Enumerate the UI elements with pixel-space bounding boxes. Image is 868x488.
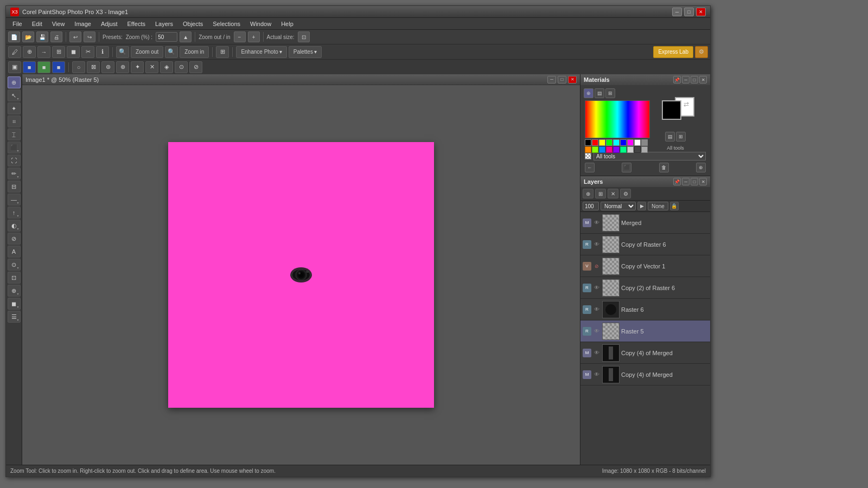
fill-tool[interactable]: ↑▼: [8, 207, 21, 219]
mat-tool2[interactable]: ⬛: [622, 163, 631, 172]
layer-eye-raster5[interactable]: 👁: [593, 328, 601, 335]
tb2-btn1[interactable]: 🖊: [8, 46, 21, 58]
print-btn[interactable]: 🖨: [50, 31, 62, 42]
swap-colors-btn[interactable]: ⇄: [684, 100, 689, 108]
foreground-color[interactable]: [662, 100, 681, 120]
mint-swatch[interactable]: [620, 146, 627, 153]
paint-tool[interactable]: ✏▼: [8, 168, 21, 179]
layer-eye-merged[interactable]: 👁: [593, 219, 601, 227]
layers-new-btn[interactable]: ⊕: [583, 189, 593, 198]
redo-btn[interactable]: ↪: [84, 31, 95, 42]
zoom-tool[interactable]: ⊕: [8, 76, 21, 88]
menu-image[interactable]: Image: [70, 20, 95, 28]
canvas-minimize-btn[interactable]: ─: [547, 76, 556, 84]
layer-item-raster6copy[interactable]: R 👁 Copy of Raster 6: [580, 234, 710, 255]
undo-btn[interactable]: ↩: [69, 31, 81, 42]
menu-objects[interactable]: Objects: [178, 20, 207, 28]
tb2-btn3[interactable]: →: [37, 46, 50, 58]
pencil-tool[interactable]: —▼: [8, 194, 21, 206]
none-btn[interactable]: None: [648, 202, 668, 210]
zoom-glass2-btn[interactable]: 🔍: [165, 46, 178, 58]
layer-item-merged[interactable]: M 👁 Merged: [580, 212, 710, 234]
clone-tool[interactable]: ⊟: [8, 181, 21, 192]
tb3-btn7[interactable]: ⊛: [101, 61, 114, 73]
menu-file[interactable]: File: [8, 20, 27, 28]
tb3-btn1[interactable]: ▣: [8, 61, 21, 73]
new-file-btn[interactable]: 📄: [8, 31, 20, 42]
menu-layers[interactable]: Layers: [151, 20, 177, 28]
gray-swatch[interactable]: [641, 139, 648, 146]
magenta-swatch[interactable]: [627, 139, 634, 146]
close-button[interactable]: ✕: [696, 8, 706, 16]
arrow-tool[interactable]: ↖▼: [8, 89, 21, 101]
gradient-tool[interactable]: ◐▼: [8, 220, 21, 232]
tb2-btn2[interactable]: ⊕: [23, 46, 36, 58]
layer-item-vector1copy[interactable]: V ⊘ Copy of Vector 1: [580, 255, 710, 277]
blend-mode-select[interactable]: Normal Multiply Screen Overlay: [601, 202, 636, 210]
save-file-btn[interactable]: 💾: [36, 31, 48, 42]
layers-opacity-input[interactable]: [583, 202, 599, 210]
lime-swatch[interactable]: [592, 146, 598, 153]
menu-selections[interactable]: Selections: [208, 20, 245, 28]
zoom-in-btn1[interactable]: +: [248, 31, 260, 42]
brush-tool[interactable]: ⊕▼: [8, 285, 21, 297]
tb3-btn9[interactable]: ✦: [131, 61, 144, 73]
layers-duplicate-btn[interactable]: ⊞: [595, 189, 606, 198]
tb2-btn4[interactable]: ⊞: [52, 46, 65, 58]
color-gradient-btn[interactable]: ▤: [665, 132, 675, 142]
darkgray-swatch[interactable]: [634, 146, 641, 153]
straighten-tool[interactable]: ⌶: [8, 129, 21, 140]
tb2-btn5[interactable]: ◼: [67, 46, 80, 58]
transparency-swatch[interactable]: [585, 153, 591, 159]
color-replace-tool[interactable]: ⊡: [8, 272, 21, 284]
layers-properties-btn[interactable]: ⚙: [620, 189, 631, 198]
eraser-tool[interactable]: ⊘: [8, 233, 21, 245]
color-sampler-tool[interactable]: ◼▼: [8, 298, 21, 310]
color-swatches-tab[interactable]: ⊞: [605, 88, 615, 98]
layer-item-raster6copy2[interactable]: R 👁 Copy (2) of Raster 6: [580, 277, 710, 299]
layer-eye-raster6copy[interactable]: 👁: [593, 241, 601, 248]
purple-swatch[interactable]: [613, 146, 620, 153]
open-file-btn[interactable]: 📂: [22, 31, 34, 42]
materials-close-btn[interactable]: ✕: [699, 76, 707, 84]
color-sliders-tab[interactable]: ▤: [595, 88, 604, 98]
layers-pin-btn[interactable]: 📌: [673, 178, 681, 185]
color-pattern-btn[interactable]: ⊞: [676, 132, 686, 142]
color-spectrum[interactable]: [585, 100, 650, 138]
materials-min-btn[interactable]: ─: [682, 76, 690, 84]
tb3-btn4[interactable]: ■: [52, 61, 65, 73]
maximize-button[interactable]: □: [684, 8, 694, 16]
retouch-tool[interactable]: ⊙▼: [8, 259, 21, 271]
tb2-btn7[interactable]: ℹ: [96, 46, 109, 58]
zoom-in-text-btn[interactable]: Zoom in: [180, 46, 209, 58]
layer-eye-raster6copy2[interactable]: 👁: [593, 284, 601, 292]
mat-tool1[interactable]: ←: [585, 163, 595, 172]
materials-max-btn[interactable]: □: [691, 76, 698, 84]
materials-dropdown[interactable]: All tools: [593, 152, 706, 160]
express-lab-btn[interactable]: Express Lab: [653, 46, 693, 58]
color-wheel-tab[interactable]: ⊕: [584, 88, 593, 98]
tb3-btn6[interactable]: ⊠: [87, 61, 100, 73]
green-swatch[interactable]: [606, 139, 612, 146]
minimize-button[interactable]: ─: [672, 8, 682, 16]
menu-help[interactable]: Help: [277, 20, 298, 28]
canvas-maximize-btn[interactable]: □: [558, 76, 566, 84]
layer-eye-raster6[interactable]: 👁: [593, 306, 601, 313]
lightblue-swatch[interactable]: [599, 146, 605, 153]
menu-edit[interactable]: Edit: [28, 20, 47, 28]
mat-tool4[interactable]: ⊕: [696, 163, 706, 172]
lock-btn[interactable]: 🔒: [670, 202, 679, 210]
layer-item-merged4copy1[interactable]: M 👁 Copy (4) of Merged: [580, 342, 710, 364]
layers-close-btn[interactable]: ✕: [699, 178, 707, 185]
tb3-btn3[interactable]: ■: [37, 61, 50, 73]
zoom-out-btn1[interactable]: −: [234, 31, 246, 42]
menu-view[interactable]: View: [48, 20, 69, 28]
zoom-out-text-btn[interactable]: Zoom out: [131, 46, 163, 58]
canvas-resize-tool[interactable]: ⬛▼: [8, 142, 21, 153]
red-swatch[interactable]: [592, 139, 598, 146]
lightgray-swatch[interactable]: [627, 146, 634, 153]
deform-tool[interactable]: ⛶: [8, 155, 21, 166]
actual-size-btn[interactable]: ⊡: [298, 31, 310, 42]
tb3-btn5[interactable]: ○: [72, 61, 85, 73]
zoom-glass-btn[interactable]: 🔍: [116, 46, 129, 58]
